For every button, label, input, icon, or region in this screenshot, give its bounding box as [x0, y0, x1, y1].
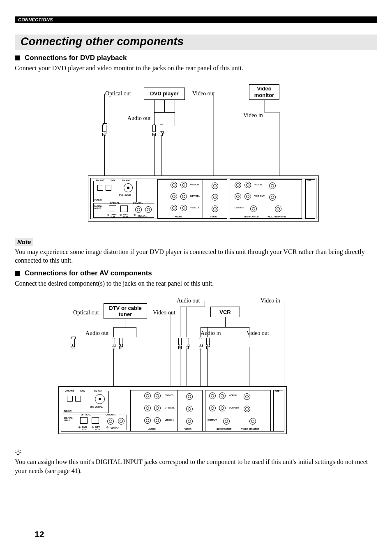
audio-label: AUDIO [148, 428, 156, 430]
header-section-bar: CONNECTIONS [15, 16, 377, 23]
video-monitor-box: Video monitor [249, 84, 279, 100]
video1-label: VIDEO 1 [165, 419, 174, 421]
digital-input-label: DIGITAL INPUT [94, 205, 103, 210]
gnd-label: GND [80, 390, 85, 392]
svg-point-5 [17, 452, 19, 454]
tuner-label: TUNER [64, 410, 71, 412]
diagram-dvd-playback: DVD player Optical out Video out Video m… [15, 77, 377, 233]
hint-text: You can assign how this unit's DIGITAL I… [15, 457, 377, 475]
vcr-box: VCR [210, 307, 240, 317]
dvd-player-box: DVD player [144, 88, 185, 100]
hint-icon [15, 450, 377, 457]
num3-label: VIDEO 1 [138, 215, 147, 217]
tuner-label: TUNER [94, 199, 102, 201]
num1-label: DVD /CD [111, 214, 116, 218]
optical-plug-icon [71, 338, 75, 345]
coaxial-label: COAXIAL [106, 413, 116, 416]
video-label: VIDEO [210, 215, 217, 218]
rca-plug-icon [160, 125, 163, 132]
spe-label: SPE [275, 390, 279, 392]
vcr-out-label: VCR OUT [254, 195, 265, 197]
note-label: Note [15, 238, 33, 246]
subheading-dvd-text: Connections for DVD playback [25, 54, 127, 62]
optical-label: OPTICAL [81, 413, 91, 416]
optical-label: OPTICAL [110, 202, 120, 204]
dvdcd-label: DVD/CD [165, 394, 173, 397]
rca-plug-icon [112, 338, 115, 345]
subheading-av-text: Connections for other AV components [25, 269, 152, 277]
coaxial-label: COAXIAL [133, 202, 143, 204]
dtv-box: DTV or cable tuner [104, 303, 147, 319]
intro-text-1: Connect your DVD player and video monito… [15, 64, 377, 73]
num2-label: DTV /CBL [123, 214, 129, 218]
spe-label: SPE [307, 179, 311, 182]
rca-plug-icon [186, 338, 189, 345]
vcr-out-label: VCR OUT [229, 406, 239, 409]
subheading-av: Connections for other AV components [15, 269, 377, 277]
unbal-label: 75Ω UNBAL [119, 194, 131, 196]
video-monitor-label: VIDEO MONITOR [267, 215, 286, 218]
dvdcd-label: DVD/CD [190, 183, 199, 186]
rca-plug-icon [119, 338, 122, 345]
audio-label: AUDIO [175, 215, 182, 218]
svg-rect-6 [17, 454, 18, 455]
output-label: OUTPUT [208, 419, 217, 421]
rca-plug-icon [206, 338, 210, 345]
video-label: VIDEO [184, 428, 191, 430]
video-out-vcr-label: Video out [247, 330, 269, 337]
optical-plug-icon [102, 125, 106, 132]
square-bullet-icon [15, 55, 20, 60]
gnd-label: GND [110, 179, 115, 182]
output-label: OUTPUT [235, 206, 244, 209]
rca-plug-icon [199, 338, 202, 345]
am-ant-label: AM ANT [65, 390, 74, 392]
svg-line-2 [20, 450, 21, 451]
num3-label: VIDEO 1 [111, 427, 120, 429]
fm-ant-label: FM ANT [94, 390, 103, 392]
audio-out-dtv-label: Audio out [85, 330, 108, 337]
am-ant-label: AM ANT [96, 179, 104, 182]
intro-text-2: Connect the desired component(s) to the … [15, 279, 377, 288]
diagram-av-components: Optical out DTV or cable tuner Video out… [15, 292, 377, 444]
video-monitor-label: VIDEO MONITOR [241, 428, 260, 430]
rca-plug-icon [152, 125, 156, 132]
subheading-dvd: Connections for DVD playback [15, 54, 377, 62]
vcr-in-label: VCR IN [229, 394, 237, 397]
rear-panel-2: AM ANT GND FM ANT 75Ω UNBAL TUNER DIGITA… [58, 386, 287, 434]
vcr-in-label: VCR IN [254, 183, 262, 186]
title-band: Connecting other components [15, 35, 377, 50]
unbal-label: 75Ω UNBAL [90, 406, 103, 408]
svg-line-1 [16, 450, 16, 451]
num2-label: DTV /CBL [95, 426, 101, 431]
subwoofer-label: SUBWOOFER [217, 428, 231, 430]
rear-panel: AM ANT GND FM ANT 75Ω UNBAL TUNER DIGITA… [88, 175, 319, 222]
digital-input-label: DIGITAL INPUT [64, 417, 73, 422]
fm-ant-label: FM ANT [122, 179, 131, 182]
page-title: Connecting other components [21, 35, 371, 48]
num1-label: DVD /CD [82, 426, 87, 431]
video-in-label: Video in [243, 112, 263, 119]
square-bullet-icon [15, 271, 20, 276]
dtvcbl-label: DTV/CBL [190, 195, 200, 197]
rca-plug-icon [178, 338, 182, 345]
subwoofer-label: SUBWOOFER [244, 215, 258, 218]
audio-out-vcr-label: Audio out [177, 298, 200, 304]
dtvcbl-label: DTV/CBL [165, 406, 175, 409]
page-number: 12 [35, 529, 44, 539]
audio-in-label: Audio in [201, 330, 221, 337]
audio-out-label: Audio out [127, 115, 150, 122]
note-text: You may experience some image distortion… [15, 247, 377, 265]
video1-label: VIDEO 1 [190, 206, 199, 209]
